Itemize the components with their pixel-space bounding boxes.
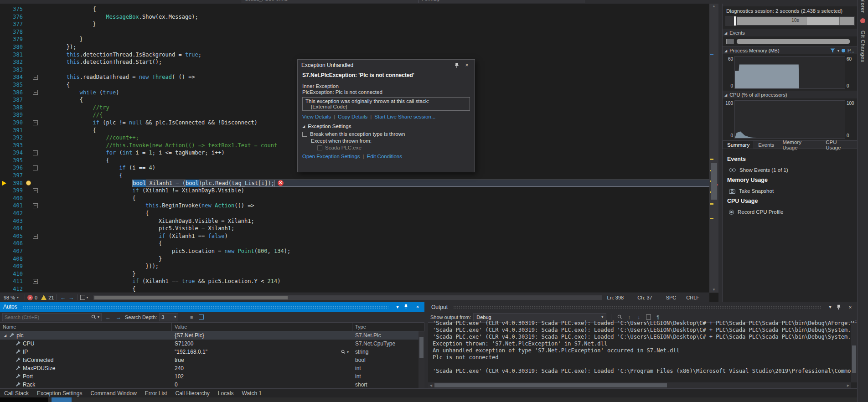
output-horizontal-scrollbar[interactable]: ◀ ▶ (428, 382, 851, 388)
tool-window-tab-watch-1[interactable]: Watch 1 (238, 389, 266, 397)
pin-icon[interactable] (455, 62, 463, 68)
navigate-forward-icon[interactable]: → (67, 294, 75, 301)
editor-horizontal-scrollbar[interactable] (93, 295, 601, 300)
cpu-section-header[interactable]: ◢ CPU (% of all processors) (723, 91, 857, 98)
code-line[interactable]: 410 } (0, 270, 709, 278)
watch-value-cell[interactable]: 102 (172, 372, 352, 381)
watch-value-cell[interactable]: {S7.Net.Plc} (172, 331, 352, 340)
fold-collapse-icon[interactable]: − (33, 150, 38, 155)
breakpoint-margin[interactable] (0, 210, 8, 217)
fold-collapse-icon[interactable]: − (33, 165, 38, 170)
breakpoint-margin[interactable] (0, 255, 8, 263)
search-next-icon[interactable]: → (114, 314, 123, 320)
columns-options-icon[interactable] (197, 314, 205, 321)
fold-collapse-icon[interactable]: − (33, 203, 38, 208)
tool-window-tab-locals[interactable]: Locals (214, 389, 238, 397)
code-line[interactable]: 402 { (0, 210, 709, 217)
breakpoint-margin[interactable] (0, 278, 8, 285)
close-icon[interactable]: × (463, 62, 471, 68)
tree-expander-icon[interactable]: ◢ (4, 334, 6, 338)
git-changes-tab[interactable]: Git Changes (860, 31, 866, 62)
fold-collapse-icon[interactable]: − (33, 279, 38, 284)
copy-details-link[interactable]: Copy Details (338, 114, 367, 119)
navbar-member-dropdown[interactable]: Form1() ▾ (418, 0, 584, 3)
exception-settings-header[interactable]: ◢ Exception Settings (302, 124, 470, 129)
search-input[interactable] (5, 314, 90, 320)
output-vertical-scrollbar[interactable] (851, 323, 857, 382)
tool-window-tab-call-stack[interactable]: Call Stack (0, 389, 33, 397)
column-header-type[interactable]: Type (352, 323, 424, 331)
breakpoint-margin[interactable] (0, 134, 8, 142)
watch-row[interactable]: CPUS71200S7.Net.CpuType (0, 340, 424, 348)
search-prev-icon[interactable]: ← (104, 314, 112, 320)
scrollbar-thumb[interactable] (419, 337, 424, 358)
popup-title-bar[interactable]: Exception Unhandled × (298, 60, 475, 71)
watch-value-cell[interactable]: true (172, 356, 352, 364)
breakpoint-margin[interactable] (0, 217, 8, 225)
breakpoint-margin[interactable] (0, 5, 8, 13)
breakpoint-margin[interactable] (0, 195, 8, 202)
code-line[interactable]: 405− if (Xilanh1 == false) (0, 232, 709, 240)
show-events-link[interactable]: Show Events (1 of 1) (729, 167, 857, 173)
diagnostics-tab-events[interactable]: Events (754, 141, 778, 149)
breakpoint-margin[interactable] (0, 263, 8, 270)
tool-window-tab-command-window[interactable]: Command Window (86, 389, 140, 397)
pin-icon[interactable] (837, 304, 844, 310)
navbar-type-dropdown[interactable]: Scada_PLC.Form1 ▾ (242, 0, 418, 3)
watch-name-cell[interactable]: ◢plc (0, 331, 172, 340)
code-line[interactable]: 404 pic5.Visible = Xilanh1; (0, 225, 709, 232)
breakpoint-margin[interactable] (0, 164, 8, 172)
code-line[interactable]: 409 })); (0, 263, 709, 270)
diagnostics-tab-summary[interactable]: Summary (723, 141, 754, 149)
module-checkbox-row[interactable]: Scada PLC.exe (317, 145, 470, 150)
breakpoint-margin[interactable] (0, 21, 8, 28)
code-line[interactable]: 407 pic5.Location = new Point(800, 134); (0, 247, 709, 255)
breakpoint-margin[interactable] (0, 187, 8, 195)
breakpoint-margin[interactable] (0, 51, 8, 59)
solution-explorer-tab-partial[interactable]: plorer (860, 0, 866, 15)
search-options-icon[interactable]: ▾ (98, 315, 99, 319)
code-line[interactable]: 411− if (Xilanh1 == true && pic5.Locatio… (0, 278, 709, 285)
code-line[interactable]: 408 } (0, 255, 709, 263)
close-icon[interactable]: × (414, 304, 421, 309)
breakpoint-margin[interactable] (0, 180, 8, 187)
fold-collapse-icon[interactable]: − (33, 75, 38, 80)
tool-window-tab-call-hierarchy[interactable]: Call Hierarchy (171, 389, 214, 397)
code-line[interactable]: 378 (0, 28, 709, 36)
code-line[interactable]: 380 }); (0, 43, 709, 51)
hscrollbar-thumb[interactable] (94, 296, 287, 299)
search-icon[interactable] (91, 314, 96, 320)
output-title-bar[interactable]: Output ▾ × (428, 302, 857, 312)
scrollbar-thumb[interactable] (711, 163, 717, 200)
breakpoint-margin[interactable] (0, 142, 8, 149)
code-line[interactable]: 400 { (0, 195, 709, 202)
breakpoint-margin[interactable] (0, 225, 8, 232)
scrollbar-thumb[interactable] (434, 383, 667, 387)
lightbulb-icon[interactable] (26, 180, 31, 186)
watch-value-cell[interactable]: S71200 (172, 340, 352, 348)
breakpoint-margin[interactable] (0, 104, 8, 112)
breakpoint-margin[interactable] (0, 202, 8, 210)
column-header-value[interactable]: Value (172, 323, 352, 331)
pin-icon[interactable] (404, 304, 411, 309)
breakpoint-margin[interactable] (0, 247, 8, 255)
breakpoint-margin[interactable] (0, 66, 8, 74)
document-health-indicator[interactable]: × 0 21 (27, 295, 54, 300)
scrollbar-down-icon[interactable]: ▼ (709, 287, 718, 293)
code-line[interactable]: 403 XiLanhDayB.Visible = Xilanh1; (0, 217, 709, 225)
scrollbar-up-icon[interactable]: ▲ (709, 4, 718, 9)
fold-collapse-icon[interactable]: − (33, 90, 38, 95)
navigate-back-icon[interactable]: ← (59, 294, 67, 301)
breakpoint-margin[interactable] (0, 58, 8, 66)
checkbox-icon[interactable] (302, 132, 307, 137)
view-details-link[interactable]: View Details (302, 114, 331, 119)
take-snapshot-link[interactable]: Take Snapshot (729, 188, 857, 194)
breakpoint-margin[interactable] (0, 13, 8, 21)
memory-section-header[interactable]: ◢ Process Memory (MB) ▾ P... (723, 46, 857, 54)
breakpoint-margin[interactable] (0, 157, 8, 165)
autos-title-bar[interactable]: Autos ▾ × (0, 302, 424, 312)
code-line[interactable]: 375 { (0, 5, 709, 13)
code-line[interactable]: 398 bool Xilanh1 = (bool)plc.Read(tag_Li… (0, 180, 709, 187)
watch-row[interactable]: MaxPDUSize240int (0, 364, 424, 372)
timeline-selection[interactable] (806, 17, 840, 25)
